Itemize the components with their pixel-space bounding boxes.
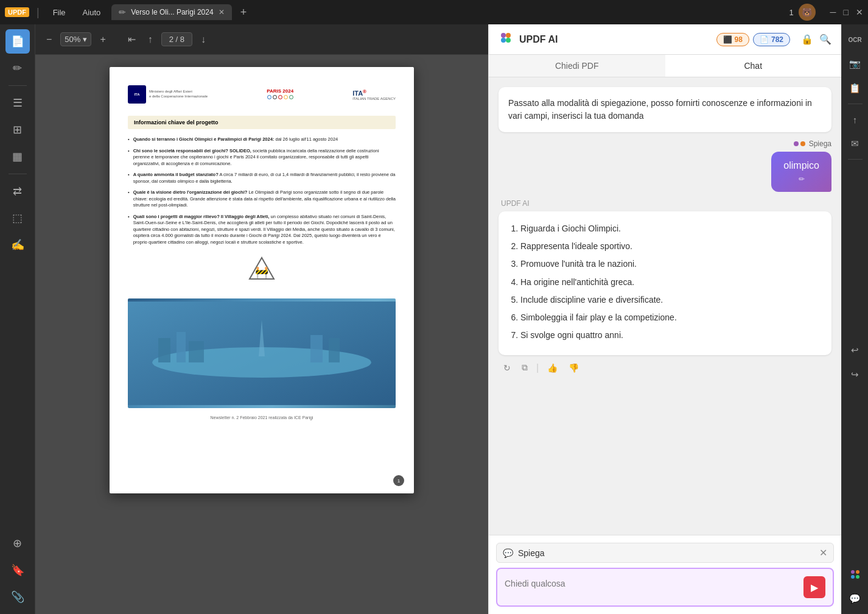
ai-mode-name: Spiega [518, 548, 814, 558]
right-icon-chat[interactable]: 💬 [845, 588, 866, 609]
right-icon-ocr[interactable]: OCR [845, 29, 866, 50]
svg-rect-5 [177, 332, 186, 362]
spiega-dot-orange [800, 141, 805, 146]
mode-close-button[interactable]: ✕ [819, 547, 827, 559]
sidebar-item-attach[interactable]: 📎 [5, 585, 30, 609]
pdf-bullet-4: • Quale è la visione dietro l'organizzaz… [128, 189, 396, 209]
right-icon-ai-assistant[interactable] [845, 564, 866, 585]
regenerate-button[interactable]: ↻ [501, 361, 513, 375]
right-icon-camera[interactable]: 📷 [845, 54, 866, 74]
right-icon-mail[interactable]: ✉ [845, 133, 866, 154]
ai-tabs: Chiedi PDF Chat [489, 55, 841, 77]
sidebar-item-columns[interactable]: ⊞ [5, 118, 30, 142]
tab-chat[interactable]: Chat [665, 55, 842, 77]
tab-document[interactable]: ✏ Verso le Oli... Parigi 2024 ✕ [111, 4, 231, 20]
lock-icon[interactable]: 🔒 [801, 34, 813, 45]
zoom-in-button[interactable]: + [96, 32, 109, 48]
ai-credits: ⬛ 98 📄 782 [716, 33, 790, 46]
ai-system-message: Passato alla modalità di spiegazione, po… [499, 87, 831, 132]
tab-label: Verso le Oli... Parigi 2024 [131, 8, 213, 16]
prev-page-button[interactable]: ↑ [144, 32, 156, 48]
sidebar-item-stamp[interactable]: ⬚ [5, 206, 30, 230]
ai-chat-input[interactable] [505, 579, 799, 598]
menu-file[interactable]: File [47, 5, 72, 19]
credit-value-orange: 98 [735, 35, 743, 44]
credit-badge-orange[interactable]: ⬛ 98 [716, 33, 749, 46]
pdf-bullet-5: • Quali sono i progetti di maggior rilie… [128, 214, 396, 246]
first-page-button[interactable]: ⇤ [124, 31, 139, 48]
thumbs-down-button[interactable]: 👎 [566, 361, 581, 375]
list-item: Rappresenta l'ideale sportivo. [520, 239, 822, 254]
ai-send-button[interactable]: ▶ [803, 576, 825, 598]
zoom-dropdown-icon: ▾ [83, 35, 87, 44]
list-icon: ☰ [13, 96, 23, 110]
avatar[interactable]: 🐻 [799, 4, 816, 21]
list-item: Riguarda i Giochi Olimpici. [520, 221, 822, 236]
add-tab-button[interactable]: + [237, 6, 251, 19]
list-item: Si svolge ogni quattro anni. [520, 328, 822, 343]
svg-point-14 [851, 570, 855, 574]
ai-header: UPDF AI ⬛ 98 📄 782 🔒 🔍 [489, 24, 841, 55]
tab-chiedi-pdf[interactable]: Chiedi PDF [489, 55, 665, 77]
close-button[interactable]: ✕ [856, 7, 863, 17]
sidebar-item-read[interactable]: 📄 [5, 29, 30, 54]
ai-spiega-label-wrapper: Spiega [794, 139, 831, 148]
svg-point-11 [506, 33, 511, 38]
sidebar-item-convert[interactable]: ⇄ [5, 179, 30, 203]
search-icon[interactable]: 🔍 [819, 34, 831, 45]
sidebar-divider-2 [9, 174, 27, 174]
zoom-select[interactable]: 50% ▾ [60, 32, 91, 46]
credit-badge-blue[interactable]: 📄 782 [753, 33, 790, 46]
main-layout: 📄 ✏ ☰ ⊞ ▦ ⇄ ⬚ ✍ ⊕ 🔖 📎 [0, 24, 868, 614]
right-icon-redo[interactable]: ↪ [845, 364, 866, 385]
pdf-logo-right: ITA® ITALIAN TRADE AGENCY [352, 89, 396, 101]
right-icon-undo[interactable]: ↩ [845, 340, 866, 361]
minimize-button[interactable]: ─ [830, 7, 836, 17]
copy-button[interactable]: ⧉ [519, 360, 530, 375]
sidebar-item-bookmark[interactable]: 🔖 [5, 558, 30, 582]
next-page-button[interactable]: ↓ [197, 32, 209, 48]
thumbs-up-button[interactable]: 👍 [545, 361, 560, 375]
share-icon: ↑ [853, 115, 858, 125]
right-icon-document-add[interactable]: 📋 [845, 78, 866, 99]
tab-count: 1 [789, 8, 793, 17]
user-message-text: olimpico [783, 160, 819, 171]
menu-aiuto[interactable]: Aiuto [77, 5, 107, 19]
sidebar-item-table[interactable]: ▦ [5, 144, 30, 169]
sidebar-item-list[interactable]: ☰ [5, 91, 30, 115]
ai-response-label: UPDF AI [499, 199, 831, 208]
pdf-page-number: 1 [393, 475, 404, 486]
ai-header-actions: 🔒 🔍 [801, 34, 831, 45]
right-divider-2 [848, 159, 863, 160]
pdf-aerial-photo [128, 298, 396, 408]
svg-text:🚧: 🚧 [255, 266, 269, 279]
sidebar-divider-1 [9, 85, 27, 86]
maximize-button[interactable]: □ [844, 7, 849, 17]
edit-message-icon[interactable]: ✏ [799, 175, 805, 183]
spiega-dot-purple [794, 141, 799, 146]
chat-icon: 💬 [849, 593, 861, 604]
tab-close-icon[interactable]: ✕ [219, 8, 225, 16]
ai-input-box[interactable]: ▶ [496, 568, 834, 607]
right-icon-share[interactable]: ↑ [845, 109, 866, 130]
sidebar-item-edit[interactable]: ✏ [5, 56, 30, 80]
zoom-out-button[interactable]: − [43, 32, 55, 48]
document-add-icon: 📋 [849, 83, 861, 94]
edit-icon: ✏ [13, 62, 22, 75]
pdf-section-title: Informazioni chiave del progetto [128, 116, 396, 129]
right-sidebar: OCR 📷 📋 ↑ ✉ ↩ ↪ [841, 24, 868, 614]
pdf-bullet-2: • Chi sono le società responsabili dei g… [128, 148, 396, 168]
stamp-icon: ⬚ [12, 211, 23, 225]
svg-point-13 [506, 38, 511, 43]
pdf-footer: Newsletter n. 2 Febbraio 2021 realizzata… [128, 415, 396, 420]
svg-point-12 [501, 38, 506, 43]
pdf-toolbar: − 50% ▾ + ⇤ ↑ 2 / 8 ↓ [35, 24, 488, 55]
sidebar-item-layers[interactable]: ⊕ [5, 531, 30, 556]
pdf-page-header: ITA Ministero degli Affari Esterie della… [128, 85, 396, 104]
ai-mode-bar: 💬 Spiega ✕ [496, 543, 834, 563]
undo-icon: ↩ [851, 345, 859, 356]
sidebar-item-sign[interactable]: ✍ [5, 233, 30, 257]
right-divider-1 [848, 104, 863, 104]
attach-icon: 📎 [11, 590, 24, 604]
spiega-mode-label: Spiega [809, 139, 831, 148]
